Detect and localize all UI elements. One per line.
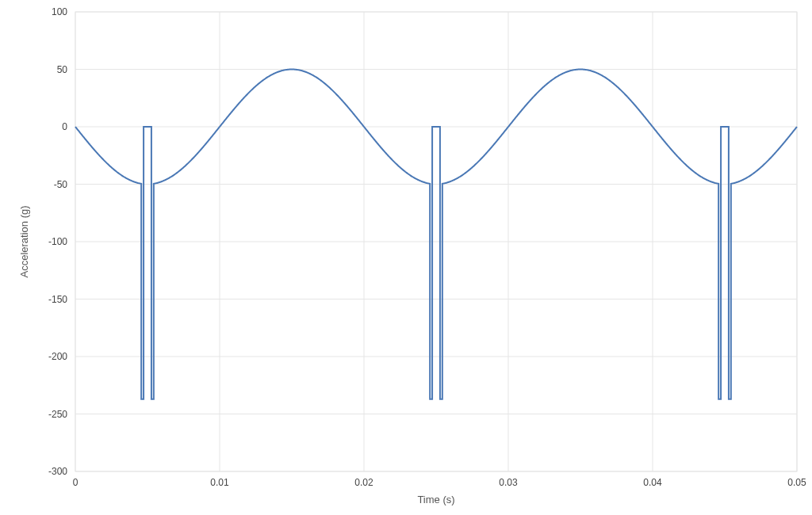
y-tick-label: -150 [48,294,67,305]
x-tick-label: 0.03 [499,477,518,488]
x-tick-label: 0.01 [210,477,229,488]
x-tick-label: 0.04 [643,477,662,488]
y-tick-label: -100 [48,236,67,247]
y-tick-label: -250 [48,409,67,420]
y-tick-label: -50 [54,179,68,190]
x-axis-label: Time (s) [417,494,454,505]
y-tick-label: 100 [52,6,67,17]
y-axis-label: Acceleration (g) [18,205,30,277]
x-tick-label: 0.05 [787,477,806,488]
x-tick-label: 0 [73,477,79,488]
y-tick-label: -300 [48,466,67,477]
y-tick-label: -200 [48,351,67,362]
chart-container: 00.010.020.030.040.05-300-250-200-150-10… [0,0,812,515]
y-tick-label: 0 [62,121,67,132]
line-chart: 00.010.020.030.040.05-300-250-200-150-10… [0,0,812,515]
x-tick-label: 0.02 [354,477,373,488]
y-tick-label: 50 [57,64,68,75]
series-line [75,70,797,399]
